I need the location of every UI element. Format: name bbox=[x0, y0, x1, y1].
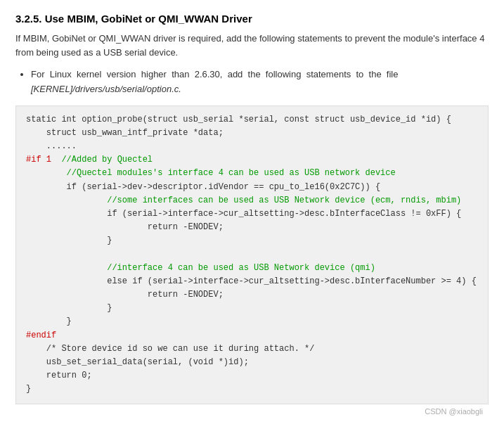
page-container: 3.2.5. Use MBIM, GobiNet or QMI_WWAN Dri… bbox=[0, 0, 504, 431]
section-title: 3.2.5. Use MBIM, GobiNet or QMI_WWAN Dri… bbox=[15, 13, 489, 25]
code-block: static int option_probe(struct usb_seria… bbox=[15, 105, 489, 404]
intro-text: If MBIM, GobiNet or QMI_WWAN driver is r… bbox=[15, 32, 489, 59]
watermark: CSDN @xiaobgli bbox=[15, 407, 489, 418]
bullet-text: For Linux kernel version higher than 2.6… bbox=[31, 69, 398, 94]
bullet-list: For Linux kernel version higher than 2.6… bbox=[15, 68, 489, 97]
bullet-item: For Linux kernel version higher than 2.6… bbox=[31, 68, 489, 97]
